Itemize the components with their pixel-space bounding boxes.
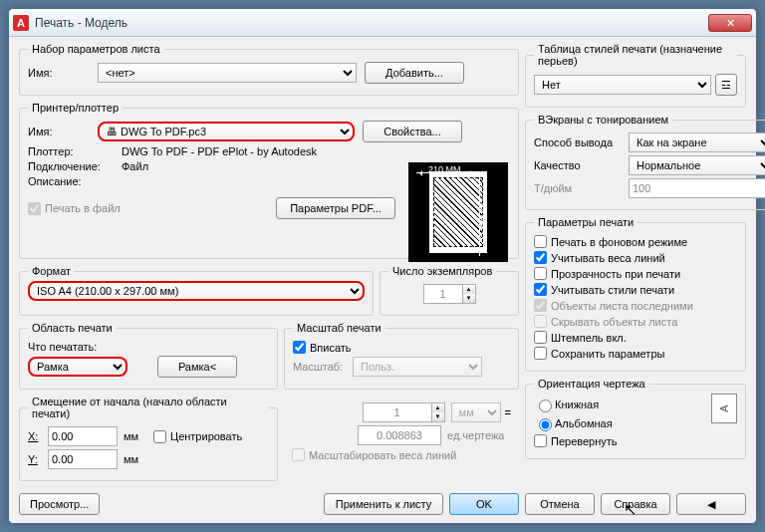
apply-to-layout-button[interactable]: Применить к листу (324, 493, 443, 515)
plot-styles-edit-button[interactable]: ☲ (715, 74, 737, 96)
offset-y-label: Y: (28, 453, 48, 465)
plot-scale-legend: Масштаб печати (293, 322, 385, 334)
orientation-group: Ориентация чертежа A Книжная Альбомная П… (525, 378, 746, 459)
center-label: Центрировать (170, 430, 242, 442)
offset-group: Смещение от начала (начало области печат… (19, 396, 278, 481)
shade-mode-select[interactable]: Как на экране (629, 133, 765, 152)
printer-properties-button[interactable]: Свойства... (363, 121, 462, 142)
format-group: Формат ISO A4 (210.00 x 297.00 мм) (19, 265, 374, 316)
fit-to-paper-label: Вписать (310, 342, 352, 354)
paper-preview: 210 MM 297 MM (408, 162, 508, 262)
preview-button[interactable]: Просмотр... (19, 493, 100, 515)
scale-unit-select: мм (451, 402, 501, 422)
connection-value: Файл (122, 160, 148, 172)
copies-input (423, 284, 463, 304)
quality-select[interactable]: Нормальное (629, 155, 765, 175)
scale-weights-checkbox (292, 448, 305, 461)
paperspace-last-label: Объекты листа последними (551, 300, 693, 312)
format-legend: Формат (28, 265, 75, 277)
copies-legend: Число экземпляров (388, 265, 496, 277)
scale-weights-label: Масштабировать веса линий (309, 449, 456, 461)
center-checkbox[interactable] (153, 430, 166, 443)
plot-styles-checkbox[interactable] (534, 283, 547, 296)
print-to-file-checkbox (28, 202, 41, 215)
print-dialog: A Печать - Модель ✕ Набор параметров лис… (8, 8, 757, 524)
offset-x-label: X: (28, 430, 48, 442)
dialog-title: Печать - Модель (35, 16, 708, 30)
hide-paper-checkbox (534, 315, 547, 328)
plotter-value: DWG To PDF - PDF ePlot - by Autodesk (122, 145, 317, 157)
dpi-input (629, 178, 765, 198)
scale-num1-input (363, 402, 432, 422)
orientation-icon: A (711, 394, 737, 423)
plot-area-legend: Область печати (28, 322, 117, 334)
scale-num1-spinner: ▲▼ (431, 402, 445, 422)
offset-y-unit: мм (124, 453, 138, 465)
pageset-name-select[interactable]: <нет> (98, 63, 357, 83)
plot-area-group: Область печати Что печатать: Рамка Рамка… (19, 322, 278, 390)
stamp-label: Штемпель вкл. (551, 332, 627, 344)
cancel-button[interactable]: Отмена (525, 493, 595, 515)
ok-button[interactable]: OK (449, 493, 519, 515)
copies-group: Число экземпляров ▲▼ (380, 265, 519, 316)
app-icon: A (13, 15, 29, 31)
what-to-plot-select[interactable]: Рамка (28, 357, 128, 377)
format-select[interactable]: ISO A4 (210.00 x 297.00 мм) (28, 281, 365, 301)
orientation-legend: Ориентация чертежа (534, 378, 649, 390)
scale-label: Масштаб: (293, 361, 353, 373)
pageset-group: Набор параметров листа Имя: <нет> Добави… (19, 43, 519, 96)
plot-options-legend: Параметры печати (534, 216, 638, 228)
save-changes-label: Сохранить параметры (551, 348, 664, 360)
pageset-name-label: Имя: (28, 67, 98, 79)
transparency-checkbox[interactable] (534, 267, 547, 280)
bg-plot-checkbox[interactable] (534, 235, 547, 248)
plotter-label: Плоттер: (28, 145, 122, 157)
landscape-label: Альбомная (555, 417, 613, 429)
copies-spinner: ▲▼ (462, 284, 476, 304)
pdf-params-button[interactable]: Параметры PDF... (276, 197, 395, 219)
upside-down-label: Перевернуть (551, 435, 618, 447)
offset-y-input[interactable] (48, 449, 118, 469)
landscape-radio[interactable] (539, 418, 552, 431)
plot-styles-label: Учитывать стили печати (551, 284, 674, 296)
hide-paper-label: Скрывать объекты листа (551, 316, 677, 328)
shaded-viewports-legend: ВЭкраны с тонированием (534, 114, 672, 126)
pageset-legend: Набор параметров листа (28, 43, 164, 55)
offset-x-input[interactable] (48, 426, 118, 446)
collapse-button[interactable]: ◀ (676, 493, 746, 515)
scale-num2-input (358, 425, 441, 445)
frame-pick-button[interactable]: Рамка< (157, 356, 237, 378)
plot-styles-legend: Таблица стилей печати (назначение перьев… (534, 43, 737, 67)
printer-name-label: Имя: (28, 126, 98, 137)
fit-to-paper-checkbox[interactable] (293, 341, 306, 354)
plot-scale-group: Масштаб печати Вписать Масштаб: Польз. (284, 322, 519, 390)
offset-x-unit: мм (124, 430, 153, 442)
paperspace-last-checkbox (534, 299, 547, 312)
scale-unit2-label: ед.чертежа (447, 429, 511, 441)
help-button[interactable]: Справка (601, 493, 670, 515)
print-to-file-label: Печать в файл (45, 202, 121, 214)
printer-group: Принтер/плоттер Имя: 🖶 DWG To PDF.pc3 Св… (19, 102, 519, 259)
dpi-label: Т/дюйм (534, 182, 629, 194)
save-changes-checkbox[interactable] (534, 347, 547, 360)
description-label: Описание: (28, 175, 122, 187)
scale-select: Польз. (353, 357, 482, 377)
plot-styles-group: Таблица стилей печати (назначение перьев… (525, 43, 746, 108)
plot-styles-select[interactable]: Нет (534, 75, 711, 95)
plot-options-group: Параметры печати Печать в фоновом режиме… (525, 216, 746, 372)
printer-name-select[interactable]: 🖶 DWG To PDF.pc3 (98, 122, 355, 141)
bg-plot-label: Печать в фоновом режиме (551, 236, 687, 248)
line-weights-label: Учитывать веса линий (551, 252, 665, 264)
what-to-plot-label: Что печатать: (28, 341, 97, 353)
close-button[interactable]: ✕ (708, 14, 752, 32)
stamp-checkbox[interactable] (534, 331, 547, 344)
add-pageset-button[interactable]: Добавить... (365, 62, 464, 84)
preview-height-label: 297 MM (478, 197, 488, 230)
offset-legend: Смещение от начала (начало области печат… (28, 396, 269, 419)
line-weights-checkbox[interactable] (534, 251, 547, 264)
upside-down-checkbox[interactable] (534, 434, 547, 447)
titlebar[interactable]: A Печать - Модель ✕ (9, 9, 756, 37)
portrait-radio[interactable] (539, 399, 552, 412)
quality-label: Качество (534, 159, 629, 171)
shaded-viewports-group: ВЭкраны с тонированием Способ вывода Как… (525, 114, 765, 210)
